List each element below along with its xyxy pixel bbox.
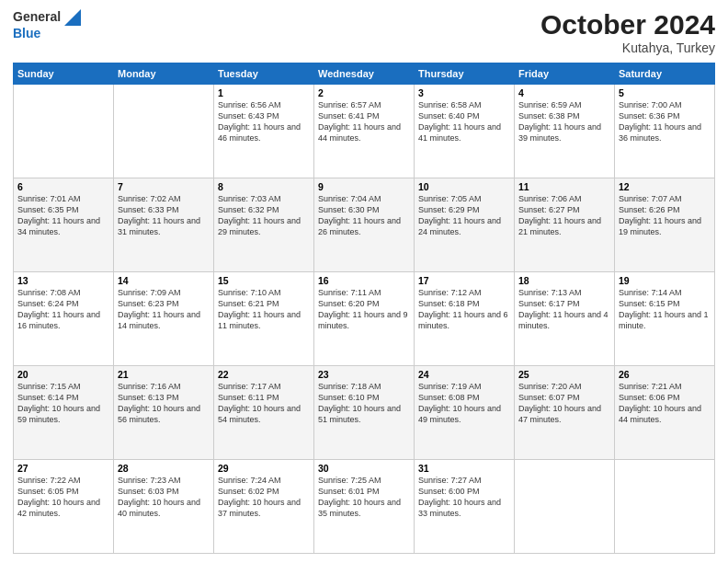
day-cell: 7 Sunrise: 7:02 AM Sunset: 6:33 PM Dayli… — [114, 178, 214, 272]
day-cell: 13 Sunrise: 7:08 AM Sunset: 6:24 PM Dayl… — [14, 272, 114, 366]
logo-line2: Blue — [13, 26, 81, 41]
day-info: Sunrise: 7:04 AM Sunset: 6:30 PM Dayligh… — [318, 193, 410, 238]
sunset: Sunset: 6:10 PM — [318, 393, 380, 402]
daylight: Daylight: 11 hours and 39 minutes. — [518, 122, 601, 143]
day-info: Sunrise: 7:10 AM Sunset: 6:21 PM Dayligh… — [218, 287, 310, 332]
day-number: 29 — [218, 463, 310, 474]
daylight: Daylight: 11 hours and 14 minutes. — [118, 310, 200, 330]
day-number: 6 — [17, 181, 109, 192]
day-number: 22 — [218, 369, 310, 380]
svg-marker-0 — [64, 9, 81, 26]
daylight: Daylight: 11 hours and 36 minutes. — [619, 122, 701, 143]
sunrise: Sunrise: 7:17 AM — [218, 382, 281, 391]
day-info: Sunrise: 7:18 AM Sunset: 6:10 PM Dayligh… — [318, 381, 410, 426]
daylight: Daylight: 10 hours and 37 minutes. — [218, 498, 301, 518]
sunset: Sunset: 6:05 PM — [17, 487, 79, 496]
day-info: Sunrise: 7:14 AM Sunset: 6:15 PM Dayligh… — [619, 287, 711, 332]
day-number: 27 — [17, 463, 109, 474]
sunset: Sunset: 6:21 PM — [218, 299, 279, 308]
sunrise: Sunrise: 7:01 AM — [17, 194, 81, 203]
day-cell: 20 Sunrise: 7:15 AM Sunset: 6:14 PM Dayl… — [14, 366, 114, 460]
sunrise: Sunrise: 7:27 AM — [418, 476, 482, 485]
day-cell — [615, 460, 715, 554]
daylight: Daylight: 11 hours and 34 minutes. — [17, 216, 100, 236]
day-number: 23 — [318, 369, 410, 380]
calendar-body: 1 Sunrise: 6:56 AM Sunset: 6:43 PM Dayli… — [14, 85, 715, 554]
day-info: Sunrise: 6:58 AM Sunset: 6:40 PM Dayligh… — [418, 99, 510, 144]
day-number: 19 — [619, 275, 711, 286]
day-cell — [114, 85, 214, 178]
day-cell: 23 Sunrise: 7:18 AM Sunset: 6:10 PM Dayl… — [314, 366, 415, 460]
sunset: Sunset: 6:32 PM — [218, 205, 279, 214]
sunset: Sunset: 6:00 PM — [418, 487, 480, 496]
sunset: Sunset: 6:01 PM — [318, 487, 380, 496]
header-row: Sunday Monday Tuesday Wednesday Thursday… — [14, 63, 715, 85]
day-cell: 2 Sunrise: 6:57 AM Sunset: 6:41 PM Dayli… — [314, 85, 415, 178]
logo: General Blue — [13, 9, 81, 41]
day-cell: 9 Sunrise: 7:04 AM Sunset: 6:30 PM Dayli… — [314, 178, 415, 272]
day-number: 12 — [619, 181, 711, 192]
col-thursday: Thursday — [415, 63, 515, 85]
daylight: Daylight: 10 hours and 59 minutes. — [17, 404, 100, 424]
week-row-4: 20 Sunrise: 7:15 AM Sunset: 6:14 PM Dayl… — [14, 366, 715, 460]
week-row-2: 6 Sunrise: 7:01 AM Sunset: 6:35 PM Dayli… — [14, 178, 715, 272]
sunrise: Sunrise: 6:57 AM — [318, 100, 381, 109]
daylight: Daylight: 11 hours and 31 minutes. — [118, 216, 200, 236]
calendar-header: Sunday Monday Tuesday Wednesday Thursday… — [14, 63, 715, 85]
day-number: 30 — [318, 463, 410, 474]
sunrise: Sunrise: 7:00 AM — [619, 100, 682, 109]
sunrise: Sunrise: 7:07 AM — [619, 194, 682, 203]
daylight: Daylight: 11 hours and 1 minute. — [619, 310, 709, 330]
sunset: Sunset: 6:02 PM — [218, 487, 279, 496]
day-info: Sunrise: 7:17 AM Sunset: 6:11 PM Dayligh… — [218, 381, 310, 426]
sunrise: Sunrise: 7:25 AM — [318, 476, 381, 485]
sunrise: Sunrise: 7:14 AM — [619, 288, 682, 297]
day-info: Sunrise: 7:23 AM Sunset: 6:03 PM Dayligh… — [118, 475, 210, 520]
day-number: 18 — [518, 275, 610, 286]
week-row-3: 13 Sunrise: 7:08 AM Sunset: 6:24 PM Dayl… — [14, 272, 715, 366]
daylight: Daylight: 11 hours and 16 minutes. — [17, 310, 100, 330]
sunset: Sunset: 6:08 PM — [418, 393, 480, 402]
daylight: Daylight: 11 hours and 26 minutes. — [318, 216, 401, 236]
day-number: 4 — [518, 87, 610, 98]
day-cell — [515, 460, 615, 554]
sunset: Sunset: 6:41 PM — [318, 111, 380, 121]
day-cell: 3 Sunrise: 6:58 AM Sunset: 6:40 PM Dayli… — [415, 85, 515, 178]
day-number: 26 — [619, 369, 711, 380]
day-info: Sunrise: 7:15 AM Sunset: 6:14 PM Dayligh… — [17, 381, 109, 426]
day-cell: 12 Sunrise: 7:07 AM Sunset: 6:26 PM Dayl… — [615, 178, 715, 272]
day-cell: 1 Sunrise: 6:56 AM Sunset: 6:43 PM Dayli… — [214, 85, 314, 178]
sunset: Sunset: 6:14 PM — [17, 393, 79, 402]
day-info: Sunrise: 7:16 AM Sunset: 6:13 PM Dayligh… — [118, 381, 210, 426]
daylight: Daylight: 11 hours and 11 minutes. — [218, 310, 301, 330]
sunrise: Sunrise: 7:24 AM — [218, 476, 281, 485]
sunset: Sunset: 6:11 PM — [218, 393, 279, 402]
daylight: Daylight: 11 hours and 19 minutes. — [619, 216, 701, 236]
sunrise: Sunrise: 7:21 AM — [619, 382, 682, 391]
day-cell: 16 Sunrise: 7:11 AM Sunset: 6:20 PM Dayl… — [314, 272, 415, 366]
day-number: 13 — [17, 275, 109, 286]
daylight: Daylight: 10 hours and 35 minutes. — [318, 498, 401, 518]
logo-text: General Blue — [13, 9, 81, 41]
daylight: Daylight: 11 hours and 24 minutes. — [418, 216, 501, 236]
daylight: Daylight: 10 hours and 42 minutes. — [17, 498, 100, 518]
day-cell: 11 Sunrise: 7:06 AM Sunset: 6:27 PM Dayl… — [515, 178, 615, 272]
page: General Blue October 2024 Kutahya, Turke… — [0, 0, 728, 563]
sunset: Sunset: 6:07 PM — [518, 393, 580, 402]
day-cell: 24 Sunrise: 7:19 AM Sunset: 6:08 PM Dayl… — [415, 366, 515, 460]
day-info: Sunrise: 7:01 AM Sunset: 6:35 PM Dayligh… — [17, 193, 109, 238]
day-number: 10 — [418, 181, 510, 192]
day-info: Sunrise: 7:00 AM Sunset: 6:36 PM Dayligh… — [619, 99, 711, 144]
day-cell: 18 Sunrise: 7:13 AM Sunset: 6:17 PM Dayl… — [515, 272, 615, 366]
day-cell: 14 Sunrise: 7:09 AM Sunset: 6:23 PM Dayl… — [114, 272, 214, 366]
day-number: 17 — [418, 275, 510, 286]
day-cell: 21 Sunrise: 7:16 AM Sunset: 6:13 PM Dayl… — [114, 366, 214, 460]
sunrise: Sunrise: 7:20 AM — [518, 382, 582, 391]
col-friday: Friday — [515, 63, 615, 85]
sunrise: Sunrise: 7:04 AM — [318, 194, 381, 203]
day-cell: 30 Sunrise: 7:25 AM Sunset: 6:01 PM Dayl… — [314, 460, 415, 554]
daylight: Daylight: 10 hours and 56 minutes. — [118, 404, 200, 424]
day-info: Sunrise: 6:56 AM Sunset: 6:43 PM Dayligh… — [218, 99, 310, 144]
col-wednesday: Wednesday — [314, 63, 415, 85]
day-info: Sunrise: 7:07 AM Sunset: 6:26 PM Dayligh… — [619, 193, 711, 238]
